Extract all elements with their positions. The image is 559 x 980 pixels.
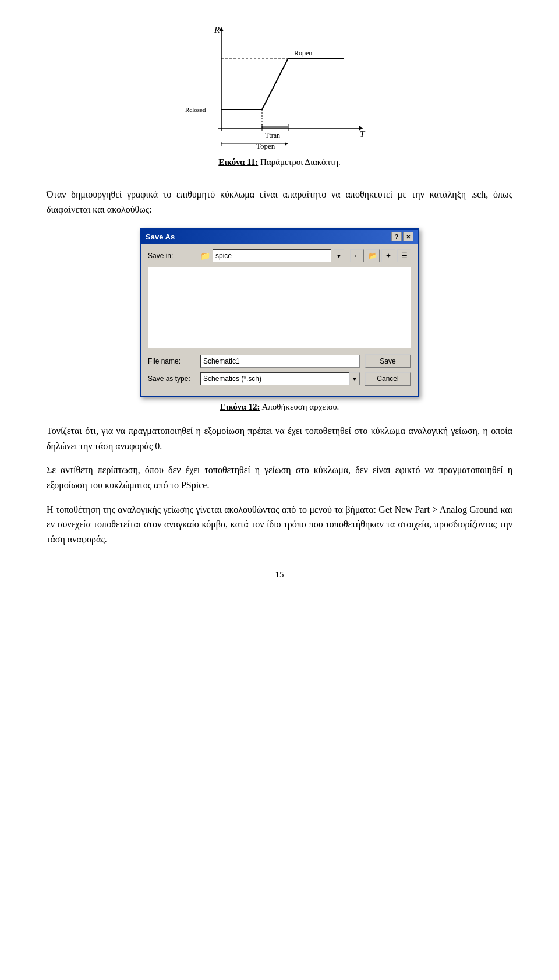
dialog-titlebar: Save As ? ✕ xyxy=(141,230,418,244)
paragraph1: Όταν δημιουργηθεί γραφικά το επιθυμητό κ… xyxy=(47,187,512,217)
save-in-combo[interactable]: spice xyxy=(213,249,331,262)
save-in-combo-arrow[interactable]: ▼ xyxy=(334,249,344,262)
save-as-type-label: Save as type: xyxy=(148,375,200,383)
titlebar-buttons: ? ✕ xyxy=(391,232,413,241)
svg-text:Ropen: Ropen xyxy=(294,49,312,57)
figure11-caption: Εικόνα 11: Παράμετροι Διακόπτη. xyxy=(218,157,341,167)
figure11-label: Εικόνα 11: xyxy=(218,157,258,167)
save-as-type-combo[interactable]: Schematics (*.sch) xyxy=(200,372,349,385)
up-button[interactable]: 📂 xyxy=(366,249,380,262)
figure12-text: Αποθήκευση αρχείου. xyxy=(261,402,339,411)
cancel-button[interactable]: Cancel xyxy=(365,372,411,386)
save-as-dialog: Save As ? ✕ Save in: 📁 spice ▼ xyxy=(140,228,419,397)
save-in-row: Save in: 📁 spice ▼ ← 📂 ✦ ☰ xyxy=(148,249,411,262)
figure12-caption: Εικόνα 12: Αποθήκευση αρχείου. xyxy=(47,402,512,412)
save-as-dialog-container: Save As ? ✕ Save in: 📁 spice ▼ xyxy=(47,228,512,397)
save-as-type-arrow[interactable]: ▼ xyxy=(349,372,360,385)
paragraph3: Σε αντίθετη περίπτωση, όπου δεν έχει τοπ… xyxy=(47,463,512,492)
file-name-row: File name: Save xyxy=(148,354,411,368)
figure11-container: R T Rclosed Ropen xyxy=(47,23,512,181)
dialog-close-button[interactable]: ✕ xyxy=(403,232,413,241)
save-as-type-value: Schematics (*.sch) xyxy=(203,375,261,383)
save-button[interactable]: Save xyxy=(365,354,411,368)
view-button[interactable]: ☰ xyxy=(397,249,411,262)
folder-icon: 📁 xyxy=(200,251,210,260)
paragraph4: Η τοποθέτηση της αναλογικής γείωσης γίνε… xyxy=(47,502,512,547)
back-button[interactable]: ← xyxy=(350,249,364,262)
file-list-area xyxy=(148,267,411,348)
svg-text:Rclosed: Rclosed xyxy=(185,106,206,113)
save-as-type-row: Save as type: Schematics (*.sch) ▼ Cance… xyxy=(148,372,411,386)
svg-line-12 xyxy=(262,58,288,110)
dialog-toolbar: ← 📂 ✦ ☰ xyxy=(350,249,411,262)
figure12-label: Εικόνα 12: xyxy=(220,402,260,411)
dialog-help-button[interactable]: ? xyxy=(391,232,402,241)
paragraph2: Τονίζεται ότι, για να πραγματοποιηθεί η … xyxy=(47,424,512,453)
save-in-label: Save in: xyxy=(148,252,200,260)
svg-text:Ttran: Ttran xyxy=(265,131,280,139)
svg-text:T: T xyxy=(360,129,366,139)
figure11-text: Παράμετροι Διακόπτη. xyxy=(260,157,341,167)
page-content: R T Rclosed Ropen xyxy=(47,23,512,580)
file-name-label: File name: xyxy=(148,357,200,365)
save-in-value: spice xyxy=(215,252,232,260)
svg-text:Topen: Topen xyxy=(256,142,275,150)
svg-marker-20 xyxy=(285,142,288,146)
save-in-input-wrapper: 📁 spice ▼ ← 📂 ✦ ☰ xyxy=(200,249,411,262)
dialog-body: Save in: 📁 spice ▼ ← 📂 ✦ ☰ xyxy=(141,244,418,396)
dialog-title: Save As xyxy=(146,232,175,241)
page-number: 15 xyxy=(47,570,512,580)
graph-svg: R T Rclosed Ropen xyxy=(181,23,378,154)
svg-marker-1 xyxy=(219,27,224,31)
svg-text:R: R xyxy=(214,25,220,34)
file-name-input[interactable] xyxy=(200,355,360,368)
new-folder-button[interactable]: ✦ xyxy=(381,249,395,262)
